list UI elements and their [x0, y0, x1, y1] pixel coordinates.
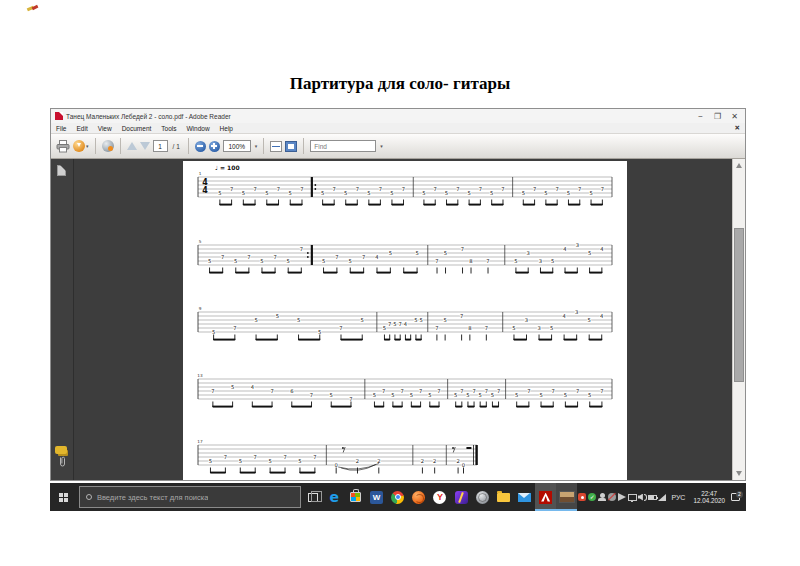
svg-text:0: 0: [462, 462, 465, 468]
restore-button[interactable]: ❐: [709, 110, 726, 123]
pages-panel-icon[interactable]: [57, 165, 66, 176]
file-explorer-button[interactable]: [493, 483, 514, 511]
pdf-page: ♩ = 100144575757575757575757575757575757…: [183, 161, 627, 480]
taskbar-clock[interactable]: 22:47 12.04.2020: [689, 490, 729, 505]
svg-text:7: 7: [247, 254, 250, 260]
arrow-down-icon: [140, 142, 150, 150]
scroll-up-icon[interactable]: [736, 163, 742, 168]
svg-text:7: 7: [300, 186, 303, 192]
svg-text:7: 7: [310, 392, 313, 398]
orange-browser-app-button[interactable]: [408, 483, 429, 511]
arrow-up-icon: [127, 142, 137, 150]
comments-panel-icon[interactable]: [55, 446, 67, 454]
fit-width-button[interactable]: [270, 141, 282, 152]
svg-text:7: 7: [400, 388, 403, 394]
task-view-button[interactable]: [303, 483, 324, 511]
find-dropdown-caret-icon[interactable]: ▾: [380, 143, 383, 149]
photo-thumbnail-icon: [559, 491, 575, 503]
notification-badge: 2: [736, 491, 743, 498]
svg-text:5: 5: [254, 317, 257, 323]
svg-text:5: 5: [466, 392, 469, 398]
scrollbar-thumb[interactable]: [734, 228, 744, 382]
mail-app-button[interactable]: [514, 483, 535, 511]
svg-text:7: 7: [253, 186, 256, 192]
svg-text:5: 5: [550, 325, 553, 331]
svg-text:5: 5: [242, 190, 245, 196]
svg-text:13: 13: [197, 373, 203, 378]
tray-network-icon[interactable]: [657, 494, 667, 501]
tray-send-icon[interactable]: [617, 493, 627, 501]
tray-monitor-icon[interactable]: [627, 494, 637, 501]
search-icon: [86, 494, 92, 500]
zoom-level-input[interactable]: [223, 140, 251, 152]
notification-center-button[interactable]: 2: [729, 493, 743, 501]
svg-text:7: 7: [533, 186, 536, 192]
menubar-close-icon[interactable]: ✕: [735, 124, 740, 132]
menu-window[interactable]: Window: [186, 125, 209, 132]
svg-text:7: 7: [211, 388, 214, 394]
minimize-button[interactable]: −: [692, 110, 709, 123]
fit-width-icon: [270, 141, 282, 152]
svg-text:5: 5: [234, 258, 237, 264]
tray-person-icon[interactable]: [597, 496, 607, 498]
tray-muted-mic-icon[interactable]: [607, 493, 617, 501]
purple-app-icon: [455, 491, 468, 504]
adobe-reader-taskbar-button[interactable]: [535, 483, 556, 511]
find-input[interactable]: [310, 140, 376, 152]
svg-text:7: 7: [300, 246, 303, 252]
zoom-dropdown-caret-icon[interactable]: ▾: [255, 143, 258, 149]
tray-antivirus-check-icon[interactable]: ✓: [587, 493, 597, 501]
edge-app-button[interactable]: e: [324, 483, 345, 511]
svg-text:5: 5: [512, 325, 515, 331]
svg-text:7: 7: [437, 388, 440, 394]
store-app-button[interactable]: [345, 483, 366, 511]
save-dropdown-caret-icon[interactable]: ▾: [86, 143, 89, 149]
svg-text:5: 5: [428, 392, 431, 398]
svg-text:5: 5: [588, 392, 591, 398]
vertical-scrollbar[interactable]: [732, 159, 745, 480]
menu-edit[interactable]: Edit: [76, 125, 87, 132]
tray-volume-icon[interactable]: [637, 494, 647, 501]
start-button[interactable]: [50, 483, 77, 511]
window-titlebar: Танец Маленьких Лебедей 2 - соло.pdf - A…: [51, 109, 745, 123]
close-button[interactable]: ✕: [726, 110, 743, 123]
svg-text:7: 7: [460, 313, 463, 319]
attachments-paperclip-icon[interactable]: [58, 454, 67, 472]
tray-recorder-icon[interactable]: [577, 493, 587, 501]
purple-app-button[interactable]: [451, 483, 472, 511]
media-app-button[interactable]: [472, 483, 493, 511]
menu-document[interactable]: Document: [122, 125, 152, 132]
previous-page-button[interactable]: [127, 142, 137, 150]
svg-text:7: 7: [435, 325, 438, 331]
fit-page-button[interactable]: [285, 141, 297, 152]
next-page-button[interactable]: [140, 142, 150, 150]
word-app-button[interactable]: W: [366, 483, 387, 511]
scroll-down-icon[interactable]: [736, 471, 742, 476]
svg-text:8: 8: [468, 325, 471, 331]
task-view-icon: [308, 493, 318, 502]
menu-help[interactable]: Help: [220, 125, 233, 132]
document-viewport[interactable]: ♩ = 100144575757575757575757575757575757…: [74, 159, 732, 480]
collaborate-button[interactable]: [102, 140, 114, 152]
menu-view[interactable]: View: [98, 125, 112, 132]
menu-tools[interactable]: Tools: [161, 125, 176, 132]
svg-text:5: 5: [199, 239, 202, 244]
menu-file[interactable]: File: [56, 125, 66, 132]
svg-text:5: 5: [515, 392, 518, 398]
taskbar-search-input[interactable]: Введите здесь текст для поиска: [79, 486, 301, 508]
chrome-app-button[interactable]: [387, 483, 408, 511]
yandex-app-button[interactable]: Y: [429, 483, 450, 511]
tray-battery-icon[interactable]: [647, 495, 657, 500]
save-button[interactable]: ▾: [73, 140, 89, 152]
svg-text:5: 5: [287, 258, 290, 264]
language-indicator[interactable]: РУС: [667, 494, 689, 501]
photos-preview-taskbar-button[interactable]: [556, 483, 577, 511]
svg-text:7: 7: [402, 186, 405, 192]
svg-text:3: 3: [539, 258, 542, 264]
svg-text:5: 5: [490, 190, 493, 196]
zoom-in-button[interactable]: [209, 141, 220, 152]
svg-text:7: 7: [600, 388, 603, 394]
zoom-out-button[interactable]: [195, 141, 206, 152]
print-button[interactable]: [56, 140, 70, 153]
page-number-input[interactable]: [153, 140, 168, 152]
